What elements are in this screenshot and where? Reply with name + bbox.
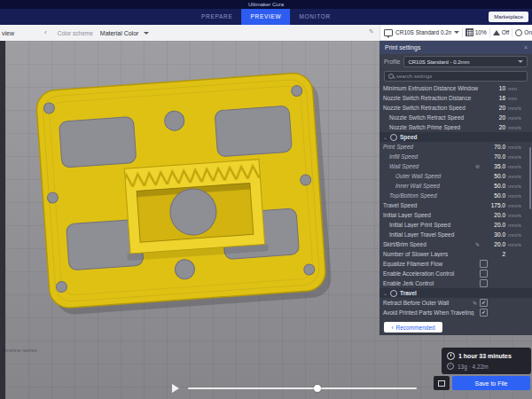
object-name-label[interactable]: timeline-series: [3, 348, 37, 353]
setting-row[interactable]: Number of Slower Layers2: [379, 249, 532, 259]
setting-row[interactable]: Wall Speed⊘35.0mm/s: [379, 161, 532, 171]
stage-tabs: PREPARE PREVIEW MONITOR: [192, 9, 340, 25]
main-nav-bar: PREPARE PREVIEW MONITOR Marketplace: [0, 9, 532, 25]
infill-value[interactable]: 10%: [475, 29, 487, 35]
support-value[interactable]: Off: [502, 29, 510, 35]
clock-icon: [447, 352, 455, 360]
view-mode-dropdown[interactable]: view: [2, 30, 14, 36]
setting-row[interactable]: Enable Jerk Control: [379, 278, 532, 288]
divider: [462, 27, 463, 37]
settings-section[interactable]: ⌄Travel: [379, 288, 532, 298]
search-placeholder: search settings: [396, 74, 432, 79]
setting-row[interactable]: Nozzle Switch Retraction Distance16mm: [379, 93, 532, 103]
save-row: Save to File: [434, 376, 530, 390]
setting-checkbox[interactable]: [480, 279, 488, 287]
collapse-chevron-icon[interactable]: ‹: [44, 29, 47, 36]
divider: [489, 27, 490, 37]
setting-row[interactable]: Top/Bottom Speed50.0mm/s: [379, 191, 532, 200]
settings-section[interactable]: ⌄Speed: [379, 132, 532, 142]
setting-row[interactable]: Print Speed70.0mm/s: [379, 142, 532, 152]
printer-profile-selector[interactable]: CR10S Standard 0.2mm: [395, 29, 451, 35]
setting-row[interactable]: Infill Speed70.0mm/s: [379, 152, 532, 161]
section-icon: [390, 290, 397, 297]
left-tool-strip: [0, 41, 5, 399]
material-estimate: 13g · 4.22m: [458, 364, 489, 370]
color-scheme-dropdown[interactable]: Material Color: [100, 30, 150, 36]
setting-row[interactable]: Inner Wall Speed50.0mm/s: [379, 181, 532, 191]
layer-slider-handle[interactable]: [314, 385, 321, 392]
setting-checkbox[interactable]: [480, 270, 488, 278]
print-estimate-card: 1 hour 33 minutes 13g · 4.22m: [442, 348, 531, 374]
setting-row[interactable]: Initial Layer Print Speed20.0mm/s: [379, 220, 532, 230]
pencil-icon: ✎: [473, 300, 477, 306]
profile-row: Profile CR10S Standard - 0.2mm: [379, 54, 532, 69]
setting-checkbox[interactable]: [480, 260, 488, 268]
infill-icon: [466, 28, 473, 36]
setting-row[interactable]: Equalize Filament Flow: [379, 259, 532, 269]
printer-icon: [384, 29, 393, 36]
tab-preview[interactable]: PREVIEW: [242, 9, 291, 25]
setting-row[interactable]: Skirt/Brim Speed✎20.0mm/s: [379, 239, 532, 249]
setting-checkbox[interactable]: ✓: [480, 299, 488, 307]
edit-icon[interactable]: ✎: [369, 28, 374, 35]
adhesion-value[interactable]: On: [524, 29, 532, 35]
settings-rows: Minimum Extrusion Distance Window10mmNoz…: [379, 82, 532, 319]
window-title-bar: Ultimaker Cura: [0, 0, 532, 9]
print-settings-header: Print settings ×: [379, 41, 532, 54]
material-icon: [447, 363, 454, 370]
print-settings-panel: Print settings × Profile CR10S Standard …: [379, 41, 532, 335]
profile-dropdown[interactable]: CR10S Standard - 0.2mm: [403, 56, 528, 67]
search-row: search settings: [379, 69, 532, 82]
chevron-left-icon: ‹: [391, 325, 393, 331]
divider: [512, 27, 512, 37]
search-input[interactable]: search settings: [384, 71, 528, 82]
setting-row[interactable]: Nozzle Switch Prime Speed20mm/s: [379, 122, 532, 132]
pencil-icon: ✎: [475, 241, 480, 247]
app-title: Ultimaker Cura: [248, 2, 284, 7]
setting-row[interactable]: Retract Before Outer Wall✎✓: [379, 298, 532, 308]
setting-row[interactable]: Outer Wall Speed50.0mm/s: [379, 171, 532, 181]
chevron-down-icon: [518, 60, 523, 63]
support-icon: [493, 30, 500, 35]
print-settings-title: Print settings: [385, 44, 420, 51]
slash-icon: ⊘: [475, 163, 480, 169]
panel-scrollbar[interactable]: [529, 147, 531, 209]
setting-row[interactable]: Enable Acceleration Control: [379, 269, 532, 278]
profile-value: CR10S Standard - 0.2mm: [408, 59, 469, 65]
printer-config-bar: CR10S Standard 0.2mm 10% Off On: [379, 25, 532, 41]
recommended-button[interactable]: ‹ Recommended: [384, 322, 442, 332]
tab-monitor[interactable]: MONITOR: [290, 9, 339, 25]
output-device-button[interactable]: [434, 376, 450, 390]
setting-row[interactable]: Travel Speed175.0mm/s: [379, 200, 532, 210]
profile-label: Profile: [384, 59, 400, 65]
close-icon[interactable]: ×: [524, 44, 528, 51]
tab-prepare[interactable]: PREPARE: [192, 9, 241, 25]
marketplace-button[interactable]: Marketplace: [489, 12, 528, 22]
setting-row[interactable]: Minimum Extrusion Distance Window10mm: [379, 83, 532, 93]
setting-row[interactable]: Initial Layer Speed20.0mm/s: [379, 210, 532, 220]
setting-row[interactable]: Nozzle Switch Retract Speed20mm/s: [379, 113, 532, 122]
device-icon: [438, 380, 445, 387]
play-button[interactable]: [172, 384, 179, 393]
save-to-file-button[interactable]: Save to File: [452, 376, 530, 390]
chevron-down-icon: [144, 32, 149, 35]
panel-footer: ‹ Recommended: [379, 319, 532, 335]
search-icon: [388, 74, 394, 79]
setting-row[interactable]: Nozzle Switch Retraction Speed20mm/s: [379, 103, 532, 113]
color-scheme-label: Color scheme: [58, 30, 93, 36]
layer-slider-track[interactable]: [188, 387, 417, 389]
recommended-label: Recommended: [396, 325, 435, 331]
section-icon: [390, 134, 397, 141]
setting-row[interactable]: Avoid Printed Parts When Traveling✓: [379, 308, 532, 317]
print-time: 1 hour 33 minutes: [458, 353, 512, 359]
adhesion-icon: [515, 29, 522, 36]
color-scheme-value: Material Color: [100, 30, 139, 36]
chevron-down-icon: [454, 31, 459, 34]
setting-row[interactable]: Initial Layer Travel Speed30.0mm/s: [379, 230, 532, 239]
setting-checkbox[interactable]: ✓: [480, 309, 488, 317]
